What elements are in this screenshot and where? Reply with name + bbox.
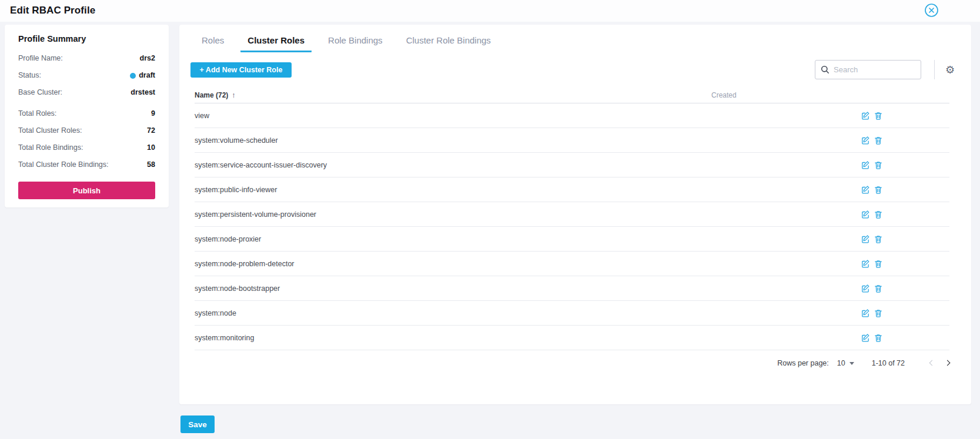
- table-row: system:node: [195, 301, 949, 326]
- rows-per-page-value: 10: [837, 359, 845, 367]
- search-icon: [821, 65, 830, 74]
- edit-icon[interactable]: [860, 283, 870, 293]
- cluster-role-name: system:node-proxier: [195, 235, 261, 243]
- publish-button[interactable]: Publish: [18, 182, 155, 199]
- totals-group: Total Roles: 9 Total Cluster Roles: 72 T…: [18, 109, 155, 170]
- edit-icon[interactable]: [860, 209, 870, 219]
- toolbar-divider: [934, 60, 935, 79]
- total-role-bindings-value: 10: [147, 143, 155, 153]
- row-actions: [860, 308, 883, 318]
- status-row: Status: draft: [18, 71, 155, 81]
- table-row: system:node-bootstrapper: [195, 276, 949, 301]
- tab-bar: Roles Cluster Roles Role Bindings Cluste…: [195, 34, 498, 52]
- pagination-range: 1-10 of 72: [872, 359, 905, 367]
- delete-icon[interactable]: [873, 333, 883, 343]
- total-cluster-roles-label: Total Cluster Roles:: [18, 126, 82, 136]
- tab-cluster-roles[interactable]: Cluster Roles: [240, 34, 312, 52]
- table-row: system:public-info-viewer: [195, 177, 949, 202]
- gear-icon[interactable]: ⚙: [941, 60, 959, 79]
- total-cluster-roles-value: 72: [147, 126, 155, 136]
- status-dot-icon: [130, 73, 136, 79]
- row-actions: [860, 160, 883, 170]
- base-cluster-row: Base Cluster: drstest: [18, 88, 155, 98]
- total-roles-label: Total Roles:: [18, 109, 56, 119]
- chevron-down-icon: [849, 362, 854, 365]
- cluster-role-name: view: [195, 112, 209, 120]
- base-cluster-label: Base Cluster:: [18, 88, 62, 98]
- delete-icon[interactable]: [873, 209, 883, 219]
- tab-cluster-role-bindings[interactable]: Cluster Role Bindings: [399, 34, 498, 52]
- table-body: view: [195, 103, 949, 350]
- delete-icon[interactable]: [873, 259, 883, 269]
- delete-icon[interactable]: [873, 234, 883, 244]
- previous-page-button[interactable]: [925, 356, 940, 371]
- cluster-role-name: system:volume-scheduler: [195, 136, 278, 145]
- edit-icon[interactable]: [860, 234, 870, 244]
- row-actions: [860, 234, 883, 244]
- total-role-bindings-row: Total Role Bindings: 10: [18, 143, 155, 153]
- row-actions: [860, 110, 883, 120]
- edit-icon[interactable]: [860, 308, 870, 318]
- total-roles-value: 9: [151, 109, 155, 119]
- delete-icon[interactable]: [873, 185, 883, 195]
- delete-icon[interactable]: [873, 308, 883, 318]
- edit-icon[interactable]: [860, 110, 870, 120]
- rows-per-page-select[interactable]: 10: [837, 359, 854, 367]
- edit-icon[interactable]: [860, 333, 870, 343]
- total-role-bindings-label: Total Role Bindings:: [18, 143, 83, 153]
- row-actions: [860, 135, 883, 145]
- profile-name-label: Profile Name:: [18, 53, 63, 63]
- sort-ascending-icon[interactable]: ↑: [232, 91, 236, 99]
- delete-icon[interactable]: [873, 160, 883, 170]
- edit-icon[interactable]: [860, 160, 870, 170]
- tab-roles[interactable]: Roles: [195, 34, 231, 52]
- save-button[interactable]: Save: [180, 415, 215, 433]
- total-roles-row: Total Roles: 9: [18, 109, 155, 119]
- base-cluster-value: drstest: [131, 88, 155, 98]
- next-page-button[interactable]: [940, 356, 955, 371]
- edit-rbac-profile-page: Edit RBAC Profile Profile Summary Profil…: [0, 0, 980, 439]
- profile-name-row: Profile Name: drs2: [18, 53, 155, 63]
- table-row: system:node-problem-detector: [195, 252, 949, 276]
- status-text: draft: [139, 71, 155, 81]
- cluster-role-name: system:node-problem-detector: [195, 260, 295, 268]
- close-icon: [924, 11, 939, 19]
- delete-icon[interactable]: [873, 283, 883, 293]
- column-header-created[interactable]: Created: [711, 91, 737, 99]
- search-box[interactable]: [815, 60, 921, 79]
- chevron-left-icon: [929, 360, 935, 366]
- top-bar: Edit RBAC Profile: [0, 0, 980, 22]
- total-cluster-role-bindings-label: Total Cluster Role Bindings:: [18, 160, 109, 170]
- row-actions: [860, 259, 883, 269]
- total-cluster-role-bindings-row: Total Cluster Role Bindings: 58: [18, 160, 155, 170]
- row-actions: [860, 209, 883, 219]
- search-input[interactable]: [834, 65, 915, 74]
- status-label: Status:: [18, 71, 41, 81]
- add-new-cluster-role-button[interactable]: + Add New Cluster Role: [190, 62, 292, 78]
- column-header-name[interactable]: Name (72) ↑: [195, 91, 236, 99]
- profile-summary-title: Profile Summary: [18, 34, 155, 43]
- tab-role-bindings[interactable]: Role Bindings: [321, 34, 390, 52]
- table-row: system:persistent-volume-provisioner: [195, 202, 949, 227]
- profile-summary-card: Profile Summary Profile Name: drs2 Statu…: [5, 25, 169, 207]
- table-row: system:service-account-issuer-discovery: [195, 153, 949, 177]
- edit-icon[interactable]: [860, 259, 870, 269]
- total-cluster-role-bindings-value: 58: [147, 160, 155, 170]
- cluster-role-name: system:monitoring: [195, 334, 254, 342]
- total-cluster-roles-row: Total Cluster Roles: 72: [18, 126, 155, 136]
- table-header-row: Name (72) ↑ Created: [195, 87, 949, 103]
- main-content-card: Roles Cluster Roles Role Bindings Cluste…: [179, 25, 971, 404]
- pagination-bar: Rows per page: 10 1-10 of 72: [777, 354, 955, 373]
- row-actions: [860, 283, 883, 293]
- status-value: draft: [130, 71, 155, 81]
- table-row: system:volume-scheduler: [195, 128, 949, 153]
- row-actions: [860, 185, 883, 195]
- page-title: Edit RBAC Profile: [10, 5, 95, 16]
- close-button[interactable]: [924, 3, 939, 18]
- edit-icon[interactable]: [860, 135, 870, 145]
- table-row: system:monitoring: [195, 326, 949, 350]
- delete-icon[interactable]: [873, 110, 883, 120]
- delete-icon[interactable]: [873, 135, 883, 145]
- edit-icon[interactable]: [860, 185, 870, 195]
- table-row: system:node-proxier: [195, 227, 949, 252]
